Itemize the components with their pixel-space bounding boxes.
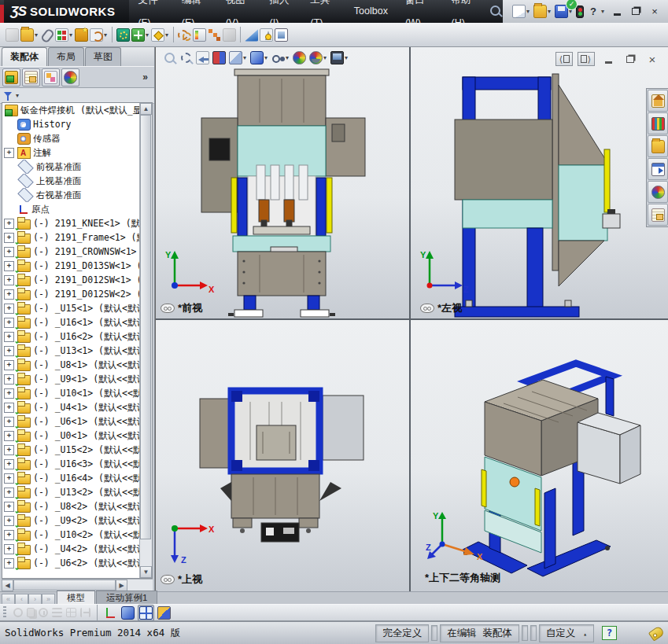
component-pattern-button[interactable] xyxy=(74,28,89,42)
overflow-chevron-icon[interactable]: » xyxy=(142,72,154,83)
tree-item[interactable]: 传感器 xyxy=(2,131,152,145)
view-settings-button[interactable]: ▾ xyxy=(330,50,349,65)
animation-results-button[interactable] xyxy=(13,607,24,618)
dropdown-arrow-icon[interactable]: ▾ xyxy=(548,8,551,15)
tree-item[interactable]: +(-) _U4<2> (默认<<默认> xyxy=(2,542,152,556)
tree-item[interactable]: +(-) 2191_CROWNSW<1> (默 xyxy=(2,245,152,259)
view-palette-button[interactable] xyxy=(648,158,668,180)
scroll-up-icon[interactable]: ▲ xyxy=(140,103,152,115)
expand-icon[interactable]: + xyxy=(4,247,14,257)
displaymanager-button[interactable] xyxy=(61,68,79,86)
tree-item[interactable]: +(-) 2191_KNEE<1> (默认< xyxy=(2,216,152,230)
tab-assembly[interactable]: 装配体 xyxy=(2,47,47,66)
scroll-left-icon[interactable]: ◀ xyxy=(2,580,13,591)
previous-view-button[interactable] xyxy=(195,50,210,65)
file-explorer-button[interactable] xyxy=(648,135,668,157)
solidworks-resources-button[interactable] xyxy=(648,90,668,112)
tab-layout[interactable]: 布局 xyxy=(48,47,84,66)
tree-item[interactable]: +(-) _U10<1> (默认<<默认 xyxy=(2,386,152,400)
expand-icon[interactable]: + xyxy=(4,233,14,243)
close-button[interactable]: × xyxy=(646,5,663,19)
last-tab-icon[interactable]: » xyxy=(42,594,55,605)
tree-item[interactable]: +(-) 2191_D012SW<2> (默认 xyxy=(2,287,152,301)
open-document-button[interactable]: ▾ xyxy=(533,4,552,19)
tree-item[interactable]: +(-) _U6<2> (默认<<默认> xyxy=(2,556,152,570)
tree-item[interactable]: +(-) _U9<1> (默认<<默认> xyxy=(2,372,152,386)
expand-icon[interactable]: + xyxy=(4,516,14,526)
rotate-component-button[interactable]: ▾ xyxy=(89,28,109,42)
expand-icon[interactable]: + xyxy=(4,374,14,385)
viewport-splitter-horizontal[interactable] xyxy=(156,318,668,320)
expand-icon[interactable]: + xyxy=(4,148,14,158)
tree-horizontal-scrollbar[interactable]: ◀ ▶ xyxy=(2,579,153,591)
view-orientation-button[interactable]: ▾ xyxy=(228,50,248,65)
tree-item[interactable]: +(-) _U10<2> (默认<<默认 xyxy=(2,528,152,542)
update-speedpak-button[interactable] xyxy=(274,28,289,42)
status-help-button[interactable]: ? xyxy=(602,626,617,640)
expand-icon[interactable]: + xyxy=(4,346,14,356)
tree-item[interactable]: +(-) _U9<2> (默认<<默认> xyxy=(2,513,152,528)
tree-item[interactable]: +(-) _U13<2> (默认<<默认 xyxy=(2,485,152,499)
new-motion-study-button[interactable] xyxy=(244,28,259,42)
tree-item[interactable]: +(-) _U16<2> (默认<默认 xyxy=(2,329,152,344)
animation-pages-button[interactable] xyxy=(26,607,35,618)
expand-icon[interactable]: + xyxy=(4,530,14,540)
tree-item[interactable]: +(-) _U15<2> (默认<<默认 xyxy=(2,443,152,457)
tree-root-item[interactable]: 钣金件焊接机 (默认<默认_显 xyxy=(2,103,152,117)
zoom-to-area-button[interactable] xyxy=(179,50,194,65)
viewport-left[interactable]: Y Z *左视 xyxy=(411,47,668,318)
scroll-right-icon[interactable]: ▶ xyxy=(116,580,127,591)
expand-icon[interactable]: + xyxy=(4,304,14,314)
viewport-layout-button[interactable] xyxy=(138,605,154,621)
hide-show-items-button[interactable]: ▾ xyxy=(271,50,290,65)
new-document-button[interactable]: ▾ xyxy=(511,4,531,19)
toolbar-grip[interactable] xyxy=(3,606,6,619)
custom-properties-button[interactable] xyxy=(648,204,668,226)
help-button[interactable]: ▾ xyxy=(586,4,606,19)
tree-item[interactable]: +(-) _U6<1> (默认<<默认> xyxy=(2,414,152,429)
expand-icon[interactable]: + xyxy=(4,388,14,399)
menu-toolbox[interactable]: Toolbox xyxy=(345,0,397,23)
dropdown-arrow-icon[interactable]: ▾ xyxy=(323,54,327,61)
dropdown-arrow-icon[interactable]: ▾ xyxy=(16,92,19,99)
smart-fasteners-button[interactable]: ▾ xyxy=(150,28,170,42)
scrollbar-thumb[interactable] xyxy=(13,580,116,591)
attachment-button[interactable] xyxy=(39,28,54,42)
next-pane-button[interactable]: ⟩ xyxy=(578,52,595,66)
tree-item[interactable]: +(-) _U0<1> (默认<<默认> xyxy=(2,429,152,443)
simulation-advisor-button[interactable] xyxy=(259,28,274,42)
tree-item[interactable]: +(-) 2191_D012SW<1> (默认 xyxy=(2,273,152,287)
assembly-visualization-button[interactable] xyxy=(192,28,207,42)
tree-item[interactable]: 上视基准面 xyxy=(2,174,152,188)
expand-icon[interactable]: + xyxy=(4,502,14,512)
tree-item[interactable]: +(-) _U16<1> (默认<默认 xyxy=(2,315,152,329)
tree-item[interactable]: History xyxy=(2,117,152,131)
compare-views-button[interactable] xyxy=(157,605,172,620)
interference-detection-button[interactable] xyxy=(177,28,192,42)
expand-icon[interactable]: + xyxy=(4,318,14,328)
dropdown-arrow-icon[interactable]: ▾ xyxy=(286,54,289,61)
propertymanager-button[interactable] xyxy=(22,68,40,86)
tab-sketch[interactable]: 草图 xyxy=(85,47,121,66)
dropdown-arrow-icon[interactable]: ▾ xyxy=(35,31,38,39)
fit-range-button[interactable] xyxy=(79,607,91,618)
expand-icon[interactable]: + xyxy=(4,431,14,441)
viewport-front[interactable]: Y X *前视 xyxy=(156,47,409,318)
document-restore-button[interactable] xyxy=(622,52,639,66)
search-icon[interactable] xyxy=(489,4,503,20)
shaded-cube-button[interactable] xyxy=(120,605,135,620)
collapse-arrow-icon[interactable]: ▴ xyxy=(583,631,587,638)
mate-button[interactable]: ▾ xyxy=(54,28,74,42)
dropdown-arrow-icon[interactable]: ▾ xyxy=(345,54,348,61)
axes-triad-button[interactable] xyxy=(103,605,118,620)
tree-item[interactable]: +注解 xyxy=(2,145,152,160)
viewport-isometric[interactable]: Y X Z *上下二等角轴测 xyxy=(411,320,668,591)
open-part-button[interactable]: ▾ xyxy=(20,28,39,42)
move-component-button[interactable]: ▾ xyxy=(131,28,150,42)
previous-tab-icon[interactable]: ‹ xyxy=(15,594,28,605)
expand-icon[interactable]: + xyxy=(4,275,14,285)
tree-item[interactable]: +(-) _U13<1> (默认<默认 xyxy=(2,344,152,358)
status-custom-toolbar[interactable]: 自定义▴ xyxy=(539,624,594,642)
dropdown-arrow-icon[interactable]: ▾ xyxy=(69,31,72,39)
expand-icon[interactable]: + xyxy=(4,445,14,455)
